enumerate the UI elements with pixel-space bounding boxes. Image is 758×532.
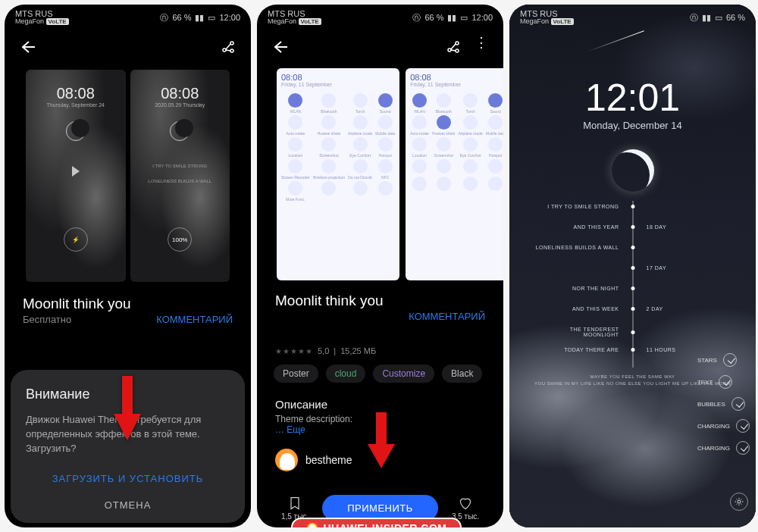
back-button[interactable] [20, 40, 36, 57]
quick-toggle[interactable] [313, 181, 345, 202]
toggle-circle-icon [353, 159, 368, 174]
quick-toggle[interactable]: Torch [348, 93, 372, 114]
quick-toggle[interactable]: Do not Disturb [348, 159, 372, 180]
quick-toggle[interactable]: NFC [375, 159, 395, 180]
lockscreen-toggle[interactable]: BUBBLES [697, 397, 750, 411]
toggle-circle-icon [488, 159, 503, 174]
like-button[interactable]: 3,5 тыс. [443, 496, 488, 521]
toggle-label: Torch [348, 109, 372, 114]
quick-toggle[interactable] [458, 177, 482, 192]
quick-toggle[interactable]: Mobile data [375, 115, 395, 136]
quick-toggle[interactable]: Screenshot [313, 137, 345, 158]
preview-card[interactable]: 08:08 Thursday, September 24 ⚡ [26, 70, 126, 282]
comment-link[interactable]: КОММЕНТАРИЙ [409, 311, 485, 322]
subcarrier: MegaFon [15, 17, 44, 25]
quick-toggle[interactable]: Hotspot [486, 137, 503, 158]
tag-black[interactable]: Black [442, 365, 482, 383]
toggle-circle-icon [412, 137, 427, 152]
quick-toggle[interactable]: Bluetooth [313, 93, 345, 114]
dialog-cancel-button[interactable]: ОТМЕНА [26, 492, 230, 518]
quick-toggle[interactable] [432, 159, 456, 175]
dialog-confirm-button[interactable]: ЗАГРУЗИТЬ И УСТАНОВИТЬ [26, 465, 230, 492]
preview-clock: 08:08 [281, 73, 395, 82]
toggle-circle-icon [288, 159, 302, 174]
share-icon[interactable] [221, 39, 236, 58]
toggle-circle-icon [321, 115, 336, 130]
preview-row: 08:08 Thursday, September 24 ⚡ 08:08 202… [5, 64, 251, 288]
preview-card[interactable]: 08:08 2020.05.29 Thursday I TRY TO SMILE… [130, 70, 230, 282]
quick-toggle[interactable] [410, 177, 429, 192]
signal-icon: ▮▮ [702, 13, 711, 23]
huawei-logo-icon [305, 521, 319, 527]
toggle-circle-icon [353, 93, 368, 108]
quick-toggle[interactable] [486, 159, 503, 175]
quick-toggle[interactable]: Sound [486, 93, 503, 114]
lockscreen-toggle[interactable]: STARS [697, 353, 750, 367]
quick-toggle[interactable]: Hotspot [375, 137, 395, 158]
comment-link[interactable]: КОММЕНТАРИЙ [156, 314, 233, 325]
quick-toggle[interactable]: Eye Comfort [348, 137, 372, 158]
quick-toggle[interactable] [410, 159, 429, 175]
play-icon[interactable] [72, 166, 80, 177]
status-time: 12:00 [219, 13, 240, 22]
quick-toggle[interactable]: Mobile data [486, 115, 503, 136]
lockscreen-toggle[interactable]: TEXT [697, 375, 750, 389]
preview-card[interactable]: 08:08 Friday, 11 September WLANBluetooth… [406, 68, 503, 280]
timeline-item: LONELINESS BUILDS A WALL [534, 245, 731, 250]
quick-toggle[interactable] [458, 159, 482, 175]
lockscreen-date: Monday, December 14 [509, 120, 756, 131]
author-name[interactable]: bestheme [305, 454, 352, 466]
quick-toggle[interactable]: Location [410, 137, 429, 158]
toggle-label: Screenshot [313, 153, 345, 158]
subcarrier: MegaFon [520, 17, 549, 25]
phone-theme-dialog: MTS RUS MegaFon VoLTE ⓝ 66 % ▮▮ ▭ 12:00 … [5, 5, 251, 527]
nfc-icon: ⓝ [412, 12, 421, 23]
toggle-label: Do not Disturb [348, 175, 372, 180]
quick-toggle[interactable]: Location [281, 137, 310, 158]
preview-clock: 08:08 [161, 85, 199, 102]
timeline-item: 17 DAY [534, 265, 731, 271]
quick-toggle[interactable] [432, 177, 456, 192]
quick-toggle[interactable]: Sound [375, 93, 395, 114]
preview-badge: ⚡ [64, 227, 88, 252]
quick-toggle[interactable]: Airplane mode [458, 115, 482, 136]
quick-toggle[interactable]: More Func. [281, 181, 310, 202]
lockscreen-toggle[interactable]: CHARGING [697, 419, 750, 433]
quick-toggle[interactable]: Screenshot [432, 137, 456, 158]
quick-toggle[interactable]: Screen Recorder [281, 159, 310, 180]
quick-toggle[interactable] [348, 181, 372, 202]
toggle-label: Bluetooth [313, 109, 345, 114]
quick-toggle[interactable]: Auto-rotate [410, 115, 429, 136]
quick-toggle[interactable]: WLAN [410, 93, 429, 114]
menu-dots-icon[interactable]: ⋮ [475, 39, 488, 58]
tag-poster[interactable]: Poster [274, 365, 318, 383]
toggle-circle-icon [321, 159, 336, 174]
nfc-icon: ⓝ [160, 12, 168, 23]
quick-toggle[interactable]: WLAN [281, 93, 310, 114]
share-icon[interactable] [446, 39, 461, 58]
quick-toggle[interactable]: Huawei share [313, 115, 345, 136]
quick-toggle[interactable]: Wireless projection [313, 159, 345, 180]
quick-toggle[interactable]: Airplane mode [348, 115, 372, 136]
toggle-label: Airplane mode [348, 131, 372, 136]
lockscreen-toggle[interactable]: CHARGING [697, 441, 750, 455]
quick-toggle[interactable]: Auto-rotate [281, 115, 310, 136]
check-circle-icon [736, 419, 750, 433]
back-button[interactable] [272, 40, 289, 57]
battery-icon: ▭ [208, 13, 215, 23]
author-avatar[interactable] [275, 449, 298, 471]
quick-toggle[interactable] [375, 181, 395, 202]
bookmark-button[interactable]: 1,5 тыс. [272, 496, 318, 521]
more-link[interactable]: … Еще [275, 424, 305, 435]
tag-customize[interactable]: Customize [373, 365, 434, 383]
toggle-label: CHARGING [697, 445, 730, 452]
preview-card[interactable]: 08:08 Friday, 11 September WLANBluetooth… [277, 68, 399, 280]
settings-gear-icon[interactable] [730, 493, 748, 511]
quick-toggle[interactable]: Eye Comfort [458, 137, 482, 158]
quick-toggle[interactable] [486, 177, 503, 192]
quick-toggle[interactable]: Torch [458, 93, 482, 114]
quick-toggle[interactable]: Huawei share [432, 115, 456, 136]
tag-cloud[interactable]: cloud [326, 365, 366, 383]
quick-toggle[interactable]: Bluetooth [432, 93, 456, 114]
apply-button[interactable]: ПРИМЕНИТЬ [322, 495, 438, 521]
